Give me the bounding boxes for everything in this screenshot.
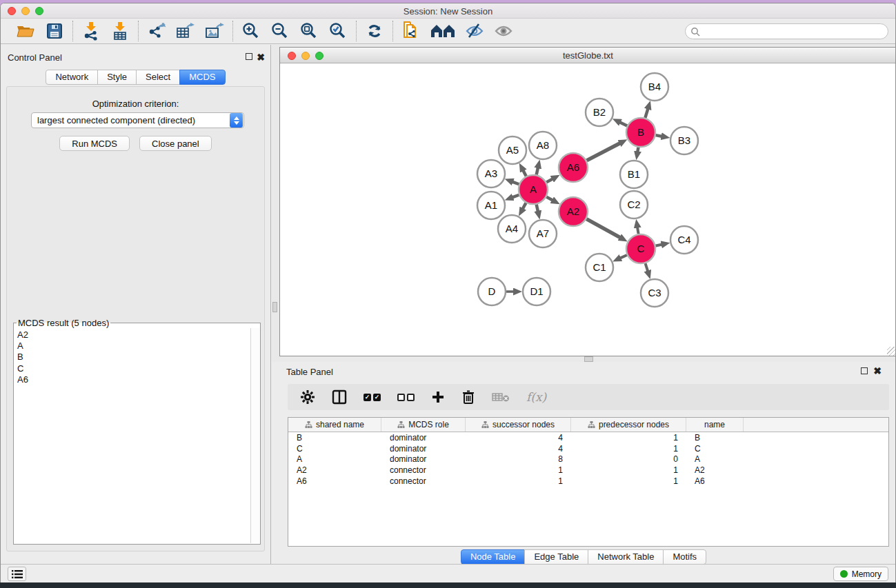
delete-icon[interactable] <box>461 388 475 406</box>
result-list-item[interactable]: B <box>14 352 250 363</box>
graph-node-A[interactable]: A <box>519 175 548 204</box>
open-session-icon[interactable] <box>14 21 37 41</box>
resize-grip-icon[interactable] <box>887 347 896 356</box>
table-row[interactable]: A2connector11A2 <box>288 465 888 476</box>
run-mcds-button[interactable]: Run MCDS <box>59 136 130 151</box>
table-cell[interactable]: connector <box>381 476 466 486</box>
graph-edge-A-A5[interactable] <box>523 170 526 176</box>
graph-node-A6[interactable]: A6 <box>559 153 588 182</box>
table-cell[interactable]: 1 <box>466 465 571 475</box>
graph-edge-A-A8[interactable] <box>537 167 538 174</box>
table-cell[interactable]: 0 <box>571 454 686 464</box>
table-cell[interactable]: connector <box>381 465 466 475</box>
close-panel-icon[interactable]: ✖ <box>257 53 265 61</box>
tab-style[interactable]: Style <box>97 70 137 85</box>
table-cell[interactable]: A <box>288 454 381 464</box>
graph-node-A3[interactable]: A3 <box>477 160 505 187</box>
float-table-panel-icon[interactable] <box>861 367 868 376</box>
graph-node-B2[interactable]: B2 <box>586 99 613 126</box>
column-header-name[interactable]: name <box>686 418 744 432</box>
result-list-item[interactable]: A2 <box>14 330 250 341</box>
task-history-button[interactable] <box>8 567 26 581</box>
result-scrollbar[interactable] <box>250 328 260 543</box>
result-list-item[interactable]: A <box>14 341 250 352</box>
tab-motifs[interactable]: Motifs <box>663 549 706 565</box>
hide-selected-icon[interactable] <box>464 21 486 41</box>
table-cell[interactable]: dominator <box>381 444 466 454</box>
graph-node-C3[interactable]: C3 <box>641 279 668 307</box>
refresh-layout-icon[interactable] <box>364 21 386 41</box>
zoom-selected-icon[interactable] <box>327 21 349 41</box>
close-table-panel-icon[interactable]: ✖ <box>873 367 882 375</box>
table-row[interactable]: Bdominator41B <box>288 432 888 443</box>
export-network-icon[interactable] <box>146 21 168 41</box>
graph-edge-A-A4[interactable] <box>522 203 526 210</box>
table-cell[interactable]: A6 <box>686 476 744 486</box>
save-session-icon[interactable] <box>43 21 66 41</box>
table-row[interactable]: Adominator80A <box>288 454 888 465</box>
columns-icon[interactable] <box>332 388 347 406</box>
table-cell[interactable]: 1 <box>466 476 571 486</box>
graph-edge-B-B1[interactable] <box>637 148 638 153</box>
tab-network-table[interactable]: Network Table <box>588 549 664 565</box>
table-cell[interactable]: dominator <box>381 454 466 464</box>
graph-edge-A-A3[interactable] <box>512 181 519 184</box>
graph-node-B1[interactable]: B1 <box>620 161 648 188</box>
deselect-all-icon[interactable] <box>397 388 415 406</box>
graph-edge-C-C1[interactable] <box>619 255 627 258</box>
graph-node-A7[interactable]: A7 <box>529 220 557 247</box>
column-header-shared-name[interactable]: shared name <box>288 418 381 432</box>
table-cell[interactable]: dominator <box>381 433 466 443</box>
result-list-item[interactable]: C <box>14 363 250 374</box>
tab-node-table[interactable]: Node Table <box>461 549 526 565</box>
table-cell[interactable]: 1 <box>571 476 686 486</box>
graph-edge-B-B4[interactable] <box>645 108 648 118</box>
graph-node-C4[interactable]: C4 <box>670 226 698 254</box>
zoom-in-icon[interactable] <box>240 21 262 41</box>
table-cell[interactable]: A2 <box>686 465 744 475</box>
graph-edge-A-A2[interactable] <box>546 197 553 201</box>
column-header-predecessor-nodes[interactable]: predecessor nodes <box>571 418 686 432</box>
table-cell[interactable]: 1 <box>571 444 686 454</box>
table-cell[interactable]: 1 <box>571 433 686 443</box>
import-network-icon[interactable] <box>80 21 102 41</box>
table-row[interactable]: A6connector11A6 <box>288 476 888 487</box>
table-cell[interactable]: C <box>288 444 381 454</box>
first-neighbors-icon[interactable] <box>429 21 457 41</box>
graph-node-C1[interactable]: C1 <box>586 254 613 281</box>
graph-node-A5[interactable]: A5 <box>499 136 526 164</box>
graph-edge-C-C4[interactable] <box>656 244 663 245</box>
memory-button[interactable]: Memory <box>833 567 888 581</box>
network-window-titlebar[interactable]: testGlobe.txt <box>280 48 896 63</box>
graph-edge-A-A7[interactable] <box>537 204 538 212</box>
graph-node-B4[interactable]: B4 <box>641 73 668 101</box>
table-row[interactable]: Cdominator41C <box>288 443 888 454</box>
table-cell[interactable]: A <box>686 454 744 464</box>
tab-mcds[interactable]: MCDS <box>179 70 225 85</box>
show-all-icon[interactable] <box>492 21 515 41</box>
new-network-from-selection-icon[interactable] <box>400 21 422 41</box>
tab-edge-table[interactable]: Edge Table <box>524 549 588 565</box>
graph-node-B3[interactable]: B3 <box>670 127 698 154</box>
gear-icon[interactable] <box>300 388 315 406</box>
graph-node-B[interactable]: B <box>626 118 655 147</box>
criterion-select[interactable]: largest connected component (directed) <box>31 112 244 128</box>
float-panel-icon[interactable] <box>246 53 252 61</box>
graph-edge-B-B3[interactable] <box>656 135 663 136</box>
export-table-icon[interactable] <box>175 21 197 41</box>
graph-node-D[interactable]: D <box>478 278 506 305</box>
graph-edge-A-A6[interactable] <box>546 179 553 182</box>
search-input[interactable] <box>704 27 888 37</box>
column-header-MCDS-role[interactable]: MCDS role <box>381 418 466 432</box>
table-cell[interactable]: A6 <box>288 476 381 486</box>
graph-node-C[interactable]: C <box>626 234 655 263</box>
graph-edge-A2-C[interactable] <box>586 219 621 238</box>
search-field[interactable] <box>685 23 888 39</box>
graph-node-A4[interactable]: A4 <box>498 215 526 243</box>
import-table-icon[interactable] <box>109 21 131 41</box>
zoom-fit-icon[interactable] <box>298 21 320 41</box>
graph-node-A1[interactable]: A1 <box>477 192 505 219</box>
split-divider-handle[interactable] <box>584 356 593 362</box>
table-cell[interactable]: B <box>288 433 381 443</box>
graph-edge-B-B2[interactable] <box>619 122 627 126</box>
